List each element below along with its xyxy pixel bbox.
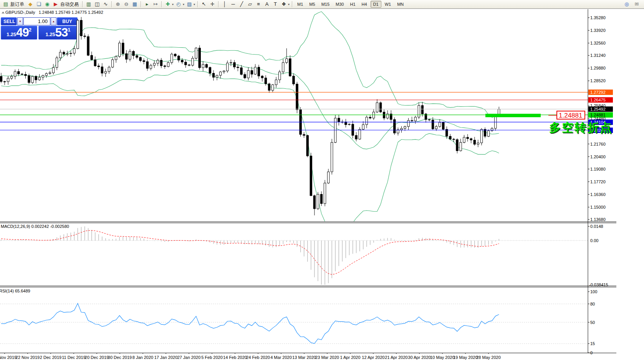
templates-icon[interactable]: ▨	[185, 0, 194, 8]
date-axis-label: 11 Dec 2019	[62, 355, 86, 360]
main-toolbar: ▤新订单◆❏◉▶自动交易▥◫∿⊕⊖▦▸↦✚▾◴▾▨▾↖✛│─╱▱≡AT❖▾M1M…	[0, 0, 644, 9]
price-tick-label: 1.17720	[590, 179, 606, 184]
timeframe-m15-button[interactable]: M15	[319, 1, 332, 8]
fibonacci-icon-group: ≡	[254, 0, 263, 8]
macd-tick-zero: 0.00	[590, 238, 598, 243]
periods-icon-dropdown[interactable]: ▾	[183, 3, 184, 6]
metaeditor-icon[interactable]: ◆	[26, 0, 35, 8]
chart-shift-icon-group: ↦	[151, 0, 160, 8]
timeframe-h4-button[interactable]: H4	[359, 1, 370, 8]
zoom-in-icon-group: ⊕	[114, 0, 122, 8]
rsi-tick-label: 100	[590, 289, 597, 294]
toolbar-separator	[82, 1, 83, 7]
date-axis-label: 5 Feb 2020	[201, 355, 223, 360]
date-axis-label: 20 Dec 2019	[85, 355, 109, 360]
date-axis-label: 13 Nov 2019	[0, 355, 17, 360]
line-chart-icon-group: ∿	[101, 0, 110, 8]
equidistant-channel-icon-group: ▱	[246, 0, 254, 8]
equidistant-channel-icon[interactable]: ▱	[246, 0, 254, 8]
toolbar-separator	[111, 1, 112, 7]
templates-icon-dropdown[interactable]: ▾	[194, 3, 195, 6]
price-tick-label: 1.31240	[590, 53, 606, 58]
market-watch-icon[interactable]: ❏	[35, 0, 43, 8]
metaeditor-icon-group: ◆	[26, 0, 35, 8]
text-icon-group: A	[263, 0, 271, 8]
new-order-button-label[interactable]: 新订单	[10, 1, 24, 8]
indicators-icon-dropdown[interactable]: ▾	[172, 3, 174, 6]
price-tick-label: 1.15000	[590, 205, 606, 209]
line-chart-icon[interactable]: ∿	[101, 0, 110, 8]
chart-canvas[interactable]	[0, 9, 616, 354]
signals-icon-group: ◉	[43, 0, 51, 8]
date-axis-label: 8 Jan 2020	[132, 355, 153, 360]
vertical-line-icon[interactable]: │	[220, 0, 229, 8]
macd-tick-max: 0.0148	[590, 224, 603, 229]
timeframe-mn-button[interactable]: MN	[394, 1, 406, 8]
price-annotation-box[interactable]: 1.24881	[556, 111, 585, 120]
price-level-label: 1.26475	[588, 97, 613, 103]
auto-trading-button-label[interactable]: 自动交易	[60, 1, 79, 8]
signals-icon[interactable]: ◉	[43, 0, 51, 8]
templates-icon-group: ▨▾	[185, 0, 196, 8]
date-axis-label: 14 Feb 2020	[223, 355, 247, 360]
thick-trendline-segment	[485, 114, 541, 117]
price-tick-label: 1.28520	[590, 78, 606, 83]
timeframe-w1-button[interactable]: W1	[382, 1, 394, 8]
date-axis-label: 21 Apr 2020	[385, 355, 407, 360]
candles	[0, 17, 500, 215]
zoom-out-icon-group: ⊖	[122, 0, 131, 8]
date-axis-label: 28 May 2020	[476, 355, 501, 360]
text-label-icon[interactable]: T	[271, 0, 280, 8]
horizontal-line-icon[interactable]: ─	[229, 0, 237, 8]
chart-shift-icon[interactable]: ↦	[151, 0, 160, 8]
timeframe-m30-button[interactable]: M30	[333, 1, 346, 8]
indicators-icon[interactable]: ✚	[164, 0, 172, 8]
date-axis-label: 30 Dec 2019	[108, 355, 132, 360]
bollinger-lower-band	[1, 70, 499, 229]
trendline-icon[interactable]: ╱	[237, 0, 246, 8]
shapes-icon-group: ❖▾	[280, 0, 290, 8]
date-axis-label: 12 Apr 2020	[362, 355, 384, 360]
auto-scroll-icon[interactable]: ▸	[143, 0, 151, 8]
candlestick-chart-icon[interactable]: ◫	[93, 0, 101, 8]
timeframe-m5-button[interactable]: M5	[306, 1, 318, 8]
toolbar-separator	[197, 1, 198, 7]
toolbar-separator	[292, 1, 293, 7]
trendline-icon-group: ╱	[237, 0, 246, 8]
search-icon[interactable]: ◎	[622, 0, 631, 8]
price-tick-label: 1.20400	[590, 154, 606, 159]
text-label-icon-group: T	[271, 0, 280, 8]
tile-windows-icon[interactable]: ▦	[131, 0, 139, 8]
price-level-label: 1.27292	[588, 90, 613, 95]
timeframe-h1-button[interactable]: H1	[347, 1, 358, 8]
toolbar-separator	[141, 1, 141, 7]
timeframe-d1-button[interactable]: D1	[371, 1, 381, 8]
periods-icon[interactable]: ◴	[174, 0, 183, 8]
crosshair-icon[interactable]: ✛	[208, 0, 217, 8]
text-icon[interactable]: A	[263, 0, 271, 8]
date-axis-label: 1 Apr 2020	[340, 355, 360, 360]
rsi-tick-label: 0	[590, 350, 593, 355]
auto-trading-button[interactable]: ▶	[51, 0, 60, 8]
bar-chart-icon[interactable]: ▥	[84, 0, 93, 8]
tile-windows-icon-group: ▦	[131, 0, 139, 8]
macd-indicator-label: MACD(12,26,9) 0.002242 -0.002580	[1, 224, 69, 229]
date-axis-label: 22 Nov 2019	[16, 355, 40, 360]
new-order-button[interactable]: ▤	[2, 0, 10, 8]
timeframe-m1-button[interactable]: M1	[295, 1, 306, 8]
chat-icon[interactable]: ✉	[632, 0, 641, 8]
turning-point-text-annotation[interactable]: 多空转折点	[549, 120, 613, 136]
zoom-in-icon[interactable]: ⊕	[114, 0, 122, 8]
zoom-out-icon[interactable]: ⊖	[122, 0, 131, 8]
shapes-icon-dropdown[interactable]: ▾	[288, 3, 290, 6]
macd-signal-line	[1, 231, 499, 275]
rsi-tick-label: 15	[590, 341, 595, 346]
shapes-icon[interactable]: ❖	[280, 0, 288, 8]
horizontal-line-icon-group: ─	[229, 0, 237, 8]
fibonacci-icon[interactable]: ≡	[254, 0, 263, 8]
vertical-line-icon-group: │	[220, 0, 229, 8]
cursor-icon[interactable]: ↖	[200, 0, 208, 8]
date-axis-label: 4 Mar 2020	[270, 355, 292, 360]
price-tick-label: 1.25840	[590, 103, 606, 108]
price-tick-label: 1.29880	[590, 66, 606, 70]
